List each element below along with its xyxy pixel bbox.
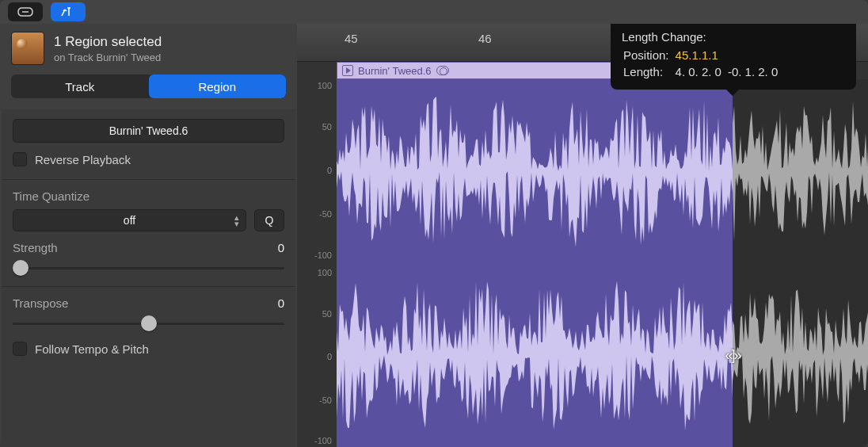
tooltip-position-value: 45.1.1.1 — [676, 48, 726, 63]
strength-value[interactable]: 0 — [278, 241, 284, 254]
time-quantize-select[interactable]: off ▴▾ — [13, 209, 246, 231]
selection-title: 1 Region selected — [54, 34, 162, 50]
region-header-name: Burnin' Tweed.6 — [358, 65, 432, 77]
selection-subtitle: on Track Burnin' Tweed — [54, 52, 162, 63]
waveform-channel-right[interactable]: «]» — [337, 263, 868, 447]
transpose-slider[interactable] — [13, 315, 284, 332]
strength-slider[interactable] — [13, 259, 284, 277]
follow-tempo-pitch-checkbox[interactable] — [13, 342, 27, 356]
toolbar — [0, 0, 868, 24]
amplitude-gutter: 100 50 0 -50 -100 100 50 0 -50 -100 — [297, 79, 337, 447]
transpose-label: Transpose — [13, 296, 68, 310]
cycle-mode-button[interactable] — [8, 2, 43, 21]
chevron-updown-icon: ▴▾ — [234, 214, 239, 227]
reverse-playback-checkbox[interactable] — [13, 152, 27, 166]
time-quantize-heading: Time Quantize — [13, 189, 284, 203]
tab-track[interactable]: Track — [11, 74, 149, 98]
amp-tick: 100 — [318, 81, 332, 90]
amp-tick: -100 — [314, 436, 332, 445]
amp-tick: 50 — [322, 309, 332, 319]
follow-tempo-pitch-label: Follow Tempo & Pitch — [35, 342, 149, 356]
track-thumbnail-icon — [11, 32, 44, 65]
tooltip-position-label: Position: — [623, 48, 674, 63]
amp-tick: 100 — [318, 268, 332, 277]
amp-tick: 50 — [322, 122, 332, 132]
tooltip-length-value: 4. 0. 2. 0 — [676, 65, 726, 80]
audio-editor: 45 46 47 Burnin' Tweed.6 100 50 0 -50 -1… — [297, 24, 868, 447]
inspector-tab-switch: Track Region — [11, 74, 286, 98]
ruler-bar: 45 — [341, 32, 358, 45]
transpose-value[interactable]: 0 — [278, 296, 284, 310]
amp-tick: -100 — [314, 250, 332, 260]
inspector-panel: 1 Region selected on Track Burnin' Tweed… — [0, 24, 297, 447]
inspector-header: 1 Region selected on Track Burnin' Tweed — [0, 24, 297, 74]
catch-playhead-button[interactable] — [51, 2, 86, 21]
strength-label: Strength — [13, 241, 58, 254]
time-quantize-value: off — [124, 214, 135, 227]
waveform-channel-left[interactable] — [337, 79, 868, 263]
stereo-icon — [436, 66, 449, 75]
tooltip-length-delta: -0. 1. 2. 0 — [728, 65, 782, 80]
length-change-tooltip: Length Change: Position: 45.1.1.1 Length… — [611, 24, 856, 90]
tooltip-length-label: Length: — [623, 65, 674, 80]
tab-region[interactable]: Region — [149, 74, 287, 98]
amp-tick: -50 — [319, 209, 332, 219]
amp-tick: 0 — [327, 352, 332, 361]
tooltip-title: Length Change: — [622, 30, 845, 44]
reverse-playback-label: Reverse Playback — [35, 153, 131, 166]
play-region-icon[interactable] — [342, 65, 353, 76]
region-name-field[interactable]: Burnin' Tweed.6 — [13, 119, 284, 143]
amp-tick: -50 — [319, 395, 332, 405]
ruler-bar: 46 — [475, 32, 492, 45]
amp-tick: 0 — [327, 166, 332, 175]
quantize-button[interactable]: Q — [254, 209, 284, 231]
